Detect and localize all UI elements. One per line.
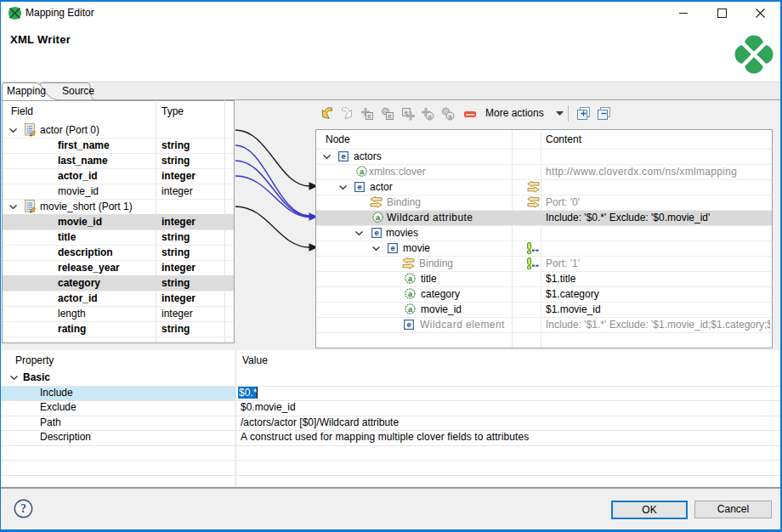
svg-text:e: e bbox=[357, 182, 361, 191]
svg-text:?: ? bbox=[20, 502, 26, 515]
svg-text:a: a bbox=[448, 113, 452, 121]
svg-text:e: e bbox=[341, 151, 345, 161]
svg-text:e: e bbox=[390, 243, 394, 252]
svg-text:e: e bbox=[374, 228, 378, 237]
svg-text:e: e bbox=[388, 112, 392, 120]
svg-text:a: a bbox=[428, 113, 432, 121]
svg-text:e: e bbox=[367, 112, 371, 120]
svg-text:e: e bbox=[406, 320, 411, 329]
